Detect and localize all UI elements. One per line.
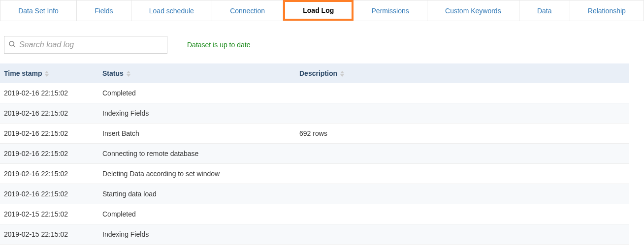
cell-status: Completed [98,204,295,224]
tab-permissions[interactable]: Permissions [354,0,427,21]
search-input[interactable] [19,40,163,49]
tab-relationship[interactable]: Relationship [570,0,644,21]
load-log-table: Time stamp Status Description 2019-02-16… [0,63,629,245]
tab-connection[interactable]: Connection [212,0,283,21]
cell-status: Deleting Data according to set window [98,164,295,184]
tab-data[interactable]: Data [519,0,570,21]
svg-point-0 [9,41,14,46]
cell-timestamp: 2019-02-16 22:15:02 [0,124,98,144]
tab-label: Relationship [588,7,626,15]
cell-timestamp: 2019-02-16 22:15:02 [0,164,98,184]
sort-icon [340,71,344,77]
tab-label: Fields [95,7,113,15]
header-description-label: Description [299,69,337,77]
tab-load-log[interactable]: Load Log [283,0,354,21]
sort-icon [45,71,49,77]
cell-timestamp: 2019-02-16 22:15:02 [0,103,98,124]
cell-status: Insert Batch [98,124,295,144]
header-status-label: Status [102,69,124,77]
cell-status: Completed [98,83,295,103]
cell-description [295,204,629,224]
svg-marker-4 [127,71,130,73]
cell-description [295,144,629,164]
tab-load-schedule[interactable]: Load schedule [131,0,212,21]
cell-timestamp: 2019-02-15 22:15:02 [0,224,98,245]
search-icon [8,40,19,50]
header-timestamp[interactable]: Time stamp [0,63,98,83]
table-row: 2019-02-16 22:15:02Deleting Data accordi… [0,164,629,184]
tab-label: Custom Keywords [445,7,501,15]
table-row: 2019-02-16 22:15:02Insert Batch692 rows [0,124,629,144]
tab-label: Permissions [372,7,409,15]
cell-timestamp: 2019-02-16 22:15:02 [0,184,98,204]
svg-marker-5 [127,74,130,77]
table-row: 2019-02-16 22:15:02Starting data load [0,184,629,204]
cell-description [295,224,629,245]
table-header-row: Time stamp Status Description [0,63,629,83]
cell-status: Indexing Fields [98,224,295,245]
tab-label: Load schedule [149,7,194,15]
cell-description [295,164,629,184]
table-row: 2019-02-16 22:15:02Completed [0,83,629,103]
table-row: 2019-02-16 22:15:02Connecting to remote … [0,144,629,164]
tab-data-set-info[interactable]: Data Set Info [0,0,77,21]
cell-description [295,103,629,124]
svg-marker-7 [340,74,344,77]
header-timestamp-label: Time stamp [4,69,42,77]
dataset-status-message: Dataset is up to date [187,41,250,49]
cell-timestamp: 2019-02-16 22:15:02 [0,144,98,164]
tab-bar: Data Set InfoFieldsLoad scheduleConnecti… [0,0,644,21]
table-row: 2019-02-15 22:15:02Completed [0,204,629,224]
cell-description: 692 rows [295,124,629,144]
cell-timestamp: 2019-02-16 22:15:02 [0,83,98,103]
svg-marker-2 [45,71,49,73]
tab-label: Connection [230,7,265,15]
svg-line-1 [13,45,15,47]
tab-label: Data Set Info [18,7,59,15]
cell-status: Connecting to remote database [98,144,295,164]
svg-marker-3 [45,74,49,77]
table-row: 2019-02-16 22:15:02Indexing Fields [0,103,629,124]
header-description[interactable]: Description [295,63,629,83]
cell-timestamp: 2019-02-15 22:15:02 [0,204,98,224]
tab-label: Data [537,7,552,15]
cell-description [295,184,629,204]
cell-status: Indexing Fields [98,103,295,124]
sort-icon [127,71,130,77]
search-box[interactable] [4,36,167,54]
cell-description [295,83,629,103]
tab-custom-keywords[interactable]: Custom Keywords [427,0,519,21]
tab-fields[interactable]: Fields [77,0,131,21]
cell-status: Starting data load [98,184,295,204]
table-row: 2019-02-15 22:15:02Indexing Fields [0,224,629,245]
controls-row: Dataset is up to date [0,21,644,63]
tab-label: Load Log [303,6,334,14]
svg-marker-6 [340,71,344,73]
header-status[interactable]: Status [98,63,295,83]
